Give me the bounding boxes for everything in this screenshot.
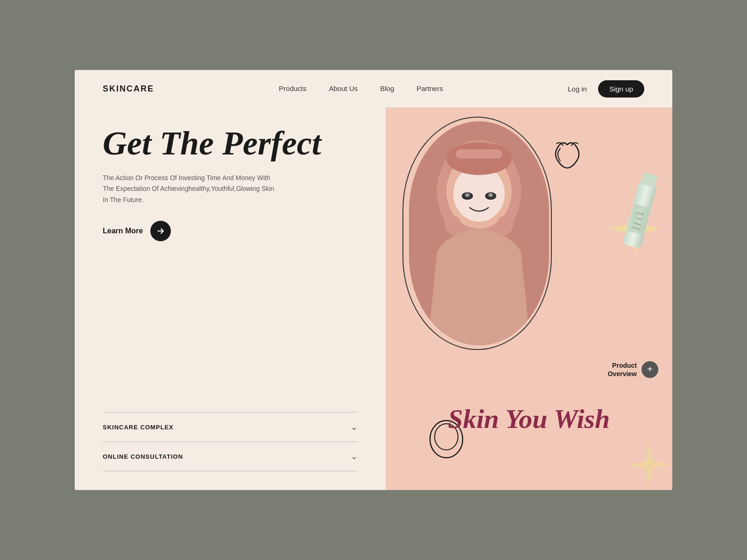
svg-point-8 (488, 193, 493, 197)
browser-window: SKINCARE Products About Us Blog Partners… (75, 70, 672, 490)
hero-headline: Get The Perfect (103, 126, 358, 161)
accordion-label-skincare: SKINCARE COMPLEX (103, 424, 174, 431)
svg-point-7 (465, 193, 470, 197)
logo: SKINCARE (103, 84, 154, 94)
product-overview-text: ProductOverview (608, 361, 637, 378)
chevron-down-icon-consultation: ⌄ (351, 451, 358, 462)
nav-links: Products About Us Blog Partners (279, 84, 443, 93)
nav-link-products[interactable]: Products (279, 84, 306, 92)
learn-more-button[interactable] (150, 221, 171, 241)
main-content: Get The Perfect The Action Or Process Of… (75, 107, 672, 490)
nav-actions: Log in Sign up (568, 80, 644, 98)
product-overview: ProductOverview + (608, 361, 658, 378)
hero-description: The Action Or Process Of Investing Time … (103, 173, 280, 206)
tagline: Skin You Wish (386, 404, 672, 434)
drop-icon (546, 135, 588, 179)
accordion-label-consultation: ONLINE CONSULTATION (103, 453, 183, 460)
nav-link-partners[interactable]: Partners (416, 84, 443, 92)
right-panel: ESTÉE LAUDER Perfect Cleanse ProductOv (386, 107, 672, 490)
navbar: SKINCARE Products About Us Blog Partners… (75, 70, 672, 107)
accordion-section: SKINCARE COMPLEX ⌄ ONLINE CONSULTATION ⌄ (103, 403, 358, 471)
learn-more-row: Learn More (103, 221, 358, 241)
nav-item-about[interactable]: About Us (329, 84, 358, 93)
star-icon-bottom (626, 441, 672, 490)
signup-button[interactable]: Sign up (598, 80, 644, 98)
accordion-item-skincare[interactable]: SKINCARE COMPLEX ⌄ (103, 413, 358, 442)
learn-more-text: Learn More (103, 227, 143, 235)
arrow-right-icon (156, 226, 165, 236)
nav-item-products[interactable]: Products (279, 84, 306, 93)
nav-item-blog[interactable]: Blog (380, 84, 394, 93)
nav-item-partners[interactable]: Partners (416, 84, 443, 93)
product-overview-button[interactable]: + (641, 361, 658, 378)
login-link[interactable]: Log in (568, 85, 587, 93)
accordion-item-consultation[interactable]: ONLINE CONSULTATION ⌄ (103, 442, 358, 471)
chevron-down-icon-skincare: ⌄ (351, 422, 358, 432)
nav-link-about[interactable]: About Us (329, 84, 358, 92)
left-panel: Get The Perfect The Action Or Process Of… (75, 107, 386, 490)
svg-rect-4 (456, 149, 502, 159)
woman-image (409, 121, 549, 345)
nav-link-blog[interactable]: Blog (380, 84, 394, 92)
